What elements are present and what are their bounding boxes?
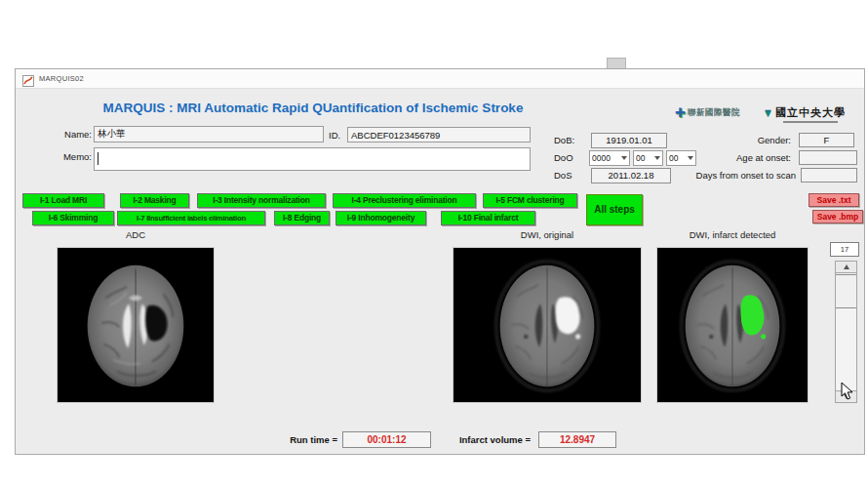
adc-image xyxy=(57,247,215,403)
down-arrow-icon xyxy=(844,394,849,399)
step-button-2-masking[interactable]: I-2 Masking xyxy=(120,193,189,208)
age-at-onset-field[interactable] xyxy=(799,150,857,165)
dwi-original-image xyxy=(453,247,642,403)
slice-number-field[interactable]: 17 xyxy=(830,242,859,257)
all-steps-button[interactable]: All steps xyxy=(586,194,643,225)
hospital-logo: ✚ 聯新國際醫院 xyxy=(675,105,740,120)
adc-panel-label: ADC xyxy=(57,229,215,240)
step-button-1-load-mri[interactable]: I-1 Load MRI xyxy=(22,193,104,208)
doo-day-value: 00 xyxy=(669,153,678,163)
step-button-8-edging[interactable]: I-8 Edging xyxy=(274,211,330,225)
chevron-down-icon xyxy=(654,156,660,160)
step-button-9-inhomogeneity[interactable]: I-9 Inhomogeneity xyxy=(335,211,426,225)
doo-label: DoO xyxy=(554,152,573,163)
step-button-10-final-infarct[interactable]: I-10 Final infarct xyxy=(441,211,535,225)
save-bmp-button[interactable]: Save .bmp xyxy=(812,210,863,224)
name-input[interactable] xyxy=(94,126,324,142)
screen: MARQUIS02 MARQUIS : MRI Automatic Rapid … xyxy=(0,0,868,488)
marquis-window: MARQUIS02 MARQUIS : MRI Automatic Rapid … xyxy=(15,68,865,455)
infarct-volume-value-field: 12.8947 xyxy=(538,431,616,448)
age-at-onset-label: Age at onset: xyxy=(689,152,791,163)
step-button-6-skimming[interactable]: I-6 Skimming xyxy=(32,211,114,225)
days-onset-to-scan-field[interactable] xyxy=(801,168,857,183)
save-txt-button[interactable]: Save .txt xyxy=(809,193,859,207)
university-logo: ▼ 國立中央大學 xyxy=(763,102,846,123)
scrollbar-up-button[interactable] xyxy=(836,262,856,273)
memo-input[interactable] xyxy=(94,147,531,171)
matlab-figure-icon xyxy=(22,73,34,85)
hospital-logo-text: 聯新國際醫院 xyxy=(688,107,740,119)
step-button-4-preclustering-elimination[interactable]: I-4 Preclustering elimination xyxy=(333,193,476,208)
doo-month-value: 00 xyxy=(636,153,645,163)
id-label: ID. xyxy=(329,130,340,141)
days-onset-to-scan-label: Days from onset to scan xyxy=(661,170,796,181)
gender-label: Gender: xyxy=(718,135,791,145)
step-button-3-intensity-normalization[interactable]: I-3 Intensity normalization xyxy=(197,193,326,208)
university-triangle-icon: ▼ xyxy=(763,107,773,119)
text-caret xyxy=(98,152,99,165)
runtime-label: Run time = xyxy=(267,434,337,445)
chevron-down-icon xyxy=(621,156,627,160)
doo-year-select[interactable]: 0000 xyxy=(589,150,630,166)
doo-year-value: 0000 xyxy=(592,153,611,163)
dwi-infarct-image xyxy=(656,247,809,403)
step-button-5-fcm-clustering[interactable]: I-5 FCM clustering xyxy=(483,193,577,208)
scrollbar-thumb[interactable] xyxy=(836,274,856,308)
university-logo-text: 國立中央大學 xyxy=(775,106,846,119)
doo-month-select[interactable]: 00 xyxy=(633,150,663,166)
window-titlebar[interactable]: MARQUIS02 xyxy=(16,69,864,89)
up-arrow-icon xyxy=(844,264,849,269)
name-label: Name: xyxy=(57,129,92,140)
scrollbar-down-button[interactable] xyxy=(836,390,856,402)
hospital-cross-icon: ✚ xyxy=(675,105,686,120)
dos-field[interactable]: 2011.02.18 xyxy=(591,168,671,183)
page-title: MARQUIS : MRI Automatic Rapid QUantifica… xyxy=(55,101,572,115)
dos-label: DoS xyxy=(554,170,572,181)
slice-scrollbar[interactable] xyxy=(835,261,857,403)
dob-field[interactable]: 1919.01.01 xyxy=(591,133,667,148)
university-logo-subtext-bar xyxy=(783,121,838,123)
memo-label: Memo: xyxy=(55,151,92,162)
dob-label: DoB: xyxy=(554,135,574,145)
dwi-infarct-panel-label: DWI, infarct detected xyxy=(656,229,809,240)
infarct-volume-label: Infarct volume = xyxy=(437,434,531,445)
window-title: MARQUIS02 xyxy=(39,74,84,83)
dwi-original-panel-label: DWI, original xyxy=(453,229,642,240)
id-input[interactable] xyxy=(347,127,531,142)
runtime-value-field: 00:01:12 xyxy=(342,431,431,448)
step-button-7-insufficient-labels-elimination[interactable]: I-7 IInsufficient labels elimination xyxy=(117,211,265,225)
gender-field[interactable]: F xyxy=(799,133,854,147)
